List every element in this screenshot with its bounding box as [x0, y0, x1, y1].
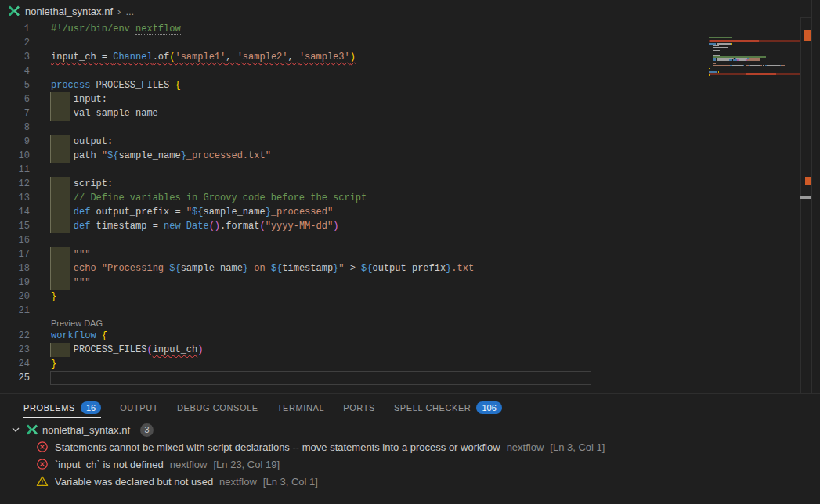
line-content: def timestamp = new Date().format("yyyy-…: [30, 219, 706, 233]
code-line[interactable]: 20}: [0, 290, 706, 304]
code-line[interactable]: 14 def output_prefix = "${sample_name}_p…: [0, 205, 706, 219]
problem-location: [Ln 23, Col 19]: [213, 459, 280, 470]
line-number: 19: [0, 275, 30, 290]
code-line[interactable]: 6 input:: [0, 92, 706, 106]
tab-label: TERMINAL: [277, 403, 324, 412]
nextflow-file-icon: [8, 5, 20, 17]
problem-message: `input_ch` is not defined: [55, 459, 164, 470]
panel-tab-ports[interactable]: PORTS: [334, 394, 385, 421]
code-line[interactable]: 16: [0, 233, 706, 247]
code-line[interactable]: 21: [0, 304, 706, 318]
code-line[interactable]: 25: [0, 371, 706, 385]
panel-tab-problems[interactable]: PROBLEMS16: [14, 394, 110, 421]
panel-tab-spell-checker[interactable]: SPELL CHECKER106: [385, 394, 511, 421]
error-icon: [36, 458, 49, 470]
line-number: 25: [0, 371, 30, 385]
line-number: 2: [0, 36, 30, 50]
code-editor[interactable]: 1#!/usr/bin/env nextflow23input_ch = Cha…: [0, 22, 820, 393]
code-line[interactable]: 9 output:: [0, 135, 706, 149]
codelens-row[interactable]: Preview DAG: [0, 318, 706, 329]
code-line[interactable]: 18 echo "Processing ${sample_name} on ${…: [0, 261, 706, 275]
breadcrumb-filename[interactable]: nonlethal_syntax.nf: [25, 5, 113, 17]
ruler-slider-top: [800, 17, 811, 18]
code-line[interactable]: 3input_ch = Channel.of('sample1', 'sampl…: [0, 50, 706, 64]
code-line[interactable]: 1#!/usr/bin/env nextflow: [0, 22, 706, 36]
cursor-position-marker: [800, 196, 811, 199]
line-content: input:: [30, 92, 706, 106]
error-marker-line23[interactable]: [805, 177, 811, 185]
line-number: 11: [0, 163, 30, 177]
code-line[interactable]: 23 PROCESS_FILES(input_ch): [0, 343, 706, 357]
line-number: 17: [0, 247, 30, 261]
bottom-panel: PROBLEMS16OUTPUTDEBUG CONSOLETERMINALPOR…: [0, 393, 820, 504]
error-icon: [36, 441, 49, 453]
line-number: 5: [0, 78, 30, 92]
breadcrumb-ellipsis[interactable]: ...: [125, 5, 134, 17]
minimap[interactable]: [709, 33, 800, 401]
problem-message: Variable was declared but not used: [55, 476, 213, 488]
line-number: 20: [0, 290, 30, 304]
breadcrumb[interactable]: nonlethal_syntax.nf › ...: [0, 0, 820, 22]
problem-message: Statements cannot be mixed with script d…: [55, 441, 500, 453]
problem-location: [Ln 3, Col 1]: [550, 441, 605, 453]
code-line[interactable]: 4: [0, 64, 706, 78]
problem-row[interactable]: Statements cannot be mixed with script d…: [0, 438, 820, 455]
code-line[interactable]: 7 val sample_name: [0, 106, 706, 121]
code-line[interactable]: 11: [0, 163, 706, 177]
line-content: input_ch = Channel.of('sample1', 'sample…: [30, 50, 706, 64]
panel-tab-output[interactable]: OUTPUT: [110, 394, 168, 421]
problem-source: nextflow: [170, 459, 208, 470]
panel-tab-terminal[interactable]: TERMINAL: [268, 394, 334, 421]
line-number: 23: [0, 343, 30, 357]
codelens-preview-dag[interactable]: Preview DAG: [30, 318, 103, 329]
error-marker-line3[interactable]: [804, 30, 811, 41]
line-number: 4: [0, 64, 30, 78]
line-content: [30, 64, 706, 78]
line-content: path "${sample_name}_processed.txt": [30, 149, 706, 163]
problem-row[interactable]: `input_ch` is not definednextflow[Ln 23,…: [0, 455, 820, 473]
code-line[interactable]: 24}: [0, 357, 706, 371]
code-line[interactable]: 12 script:: [0, 177, 706, 191]
warning-icon: [36, 475, 49, 488]
line-content: [30, 304, 706, 318]
code-line[interactable]: 22workflow {: [0, 329, 706, 343]
line-number: 14: [0, 205, 30, 219]
code-line[interactable]: 17 """: [0, 247, 706, 261]
line-number: 21: [0, 304, 30, 318]
line-number: 15: [0, 219, 30, 233]
line-content: """: [30, 247, 706, 261]
problem-source: nextflow: [219, 476, 257, 488]
line-content: // Define variables in Groovy code befor…: [30, 191, 706, 205]
ruler-border-right: [811, 0, 812, 393]
code-line[interactable]: 5process PROCESS_FILES {: [0, 78, 706, 92]
chevron-down-icon[interactable]: [9, 423, 22, 436]
minimap-line: [709, 76, 800, 77]
line-content: script:: [30, 177, 706, 191]
line-content: [30, 36, 706, 50]
problems-list: Statements cannot be mixed with script d…: [0, 438, 820, 490]
line-number: 8: [0, 121, 30, 135]
line-content: [30, 121, 706, 135]
code-line[interactable]: 8: [0, 121, 706, 135]
tab-count-badge: 16: [81, 401, 101, 414]
code-line[interactable]: 15 def timestamp = new Date().format("yy…: [0, 219, 706, 233]
line-content: workflow {: [30, 329, 706, 343]
tab-label: PORTS: [343, 403, 375, 412]
line-number: 9: [0, 135, 30, 149]
line-content: }: [30, 357, 706, 371]
code-line[interactable]: 19 """: [0, 275, 706, 290]
code-line[interactable]: 13 // Define variables in Groovy code be…: [0, 191, 706, 205]
line-number: 16: [0, 233, 30, 247]
problem-row[interactable]: Variable was declared but not usednextfl…: [0, 473, 820, 490]
line-number: 7: [0, 106, 30, 121]
panel-tab-bar: PROBLEMS16OUTPUTDEBUG CONSOLETERMINALPOR…: [0, 394, 820, 421]
line-number: 1: [0, 22, 30, 36]
code-line[interactable]: 2: [0, 36, 706, 50]
problems-file-group[interactable]: nonlethal_syntax.nf 3: [0, 421, 820, 438]
code-line[interactable]: 10 path "${sample_name}_processed.txt": [0, 149, 706, 163]
panel-tab-debug-console[interactable]: DEBUG CONSOLE: [168, 394, 268, 421]
tab-label: DEBUG CONSOLE: [177, 403, 258, 412]
tab-label: SPELL CHECKER: [394, 403, 471, 412]
code-lines: 1#!/usr/bin/env nextflow23input_ch = Cha…: [0, 22, 706, 385]
line-number: 10: [0, 149, 30, 163]
